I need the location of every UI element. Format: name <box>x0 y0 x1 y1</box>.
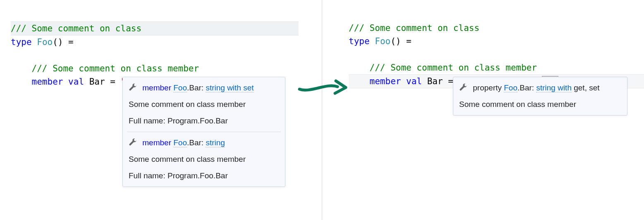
tooltip-fullname-label: Full name: <box>129 116 168 125</box>
hover-tooltip-before: member Foo.Bar: string with set Some com… <box>122 77 285 187</box>
keyword-type: type <box>11 37 32 47</box>
code-editor-before[interactable]: /// Some comment on class type Foo() = /… <box>11 8 299 88</box>
doc-comment: /// Some comment on class <box>349 23 479 33</box>
wrench-icon <box>129 83 137 92</box>
tooltip-fullname-row: Full name: Program.Foo.Bar <box>123 113 285 129</box>
tooltip-signature-row: member Foo.Bar: string <box>123 135 285 151</box>
wrench-icon <box>129 138 137 147</box>
code-editor-after[interactable]: /// Some comment on class type Foo() = /… <box>349 8 644 88</box>
keyword-val: val <box>68 77 84 87</box>
tooltip-signature-row: property Foo.Bar: string with get, set <box>453 80 627 96</box>
doc-comment: /// Some comment on class member <box>32 64 199 73</box>
wrench-icon <box>459 83 467 92</box>
doc-comment: /// Some comment on class member <box>370 63 537 73</box>
tooltip-doc: Some comment on class member <box>453 96 627 113</box>
tooltip-doc: Some comment on class member <box>123 151 285 168</box>
type-name: Foo <box>375 36 390 46</box>
tooltip-member: .Bar: <box>187 138 203 147</box>
tooltip-kind: member <box>142 83 171 92</box>
tooltip-member: .Bar: <box>517 83 534 92</box>
hover-tooltip-after: property Foo.Bar: string with get, set S… <box>453 77 627 116</box>
tooltip-member: .Bar: <box>187 83 203 92</box>
tooltip-kind: member <box>142 138 171 147</box>
ident-bar: Bar <box>89 77 105 87</box>
tooltip-type-link[interactable]: Foo <box>173 138 187 147</box>
tooltip-fullname-label: Full name: <box>129 171 168 180</box>
after-panel: /// Some comment on class type Foo() = /… <box>322 0 644 220</box>
keyword-member: member <box>32 77 63 87</box>
arrow-icon <box>298 78 347 97</box>
keyword-member: member <box>370 76 401 86</box>
tooltip-type-link[interactable]: Foo <box>173 83 187 92</box>
tooltip-sig-rest: get, set <box>572 83 600 92</box>
tooltip-kind: property <box>473 83 502 92</box>
tooltip-doc: Some comment on class member <box>123 96 285 113</box>
keyword-type: type <box>349 36 370 46</box>
tooltip-type-link[interactable]: Foo <box>504 83 517 92</box>
tooltip-sig-link[interactable]: string with <box>536 83 572 92</box>
tooltip-sig-link[interactable]: string with set <box>206 83 254 92</box>
type-name: Foo <box>37 37 53 47</box>
before-panel: /// Some comment on class type Foo() = /… <box>0 0 322 220</box>
doc-comment: /// Some comment on class <box>11 24 141 33</box>
type-decl-rest: () = <box>53 37 74 47</box>
tooltip-separator <box>127 132 281 132</box>
type-decl-rest: () = <box>390 36 412 46</box>
tooltip-signature-row: member Foo.Bar: string with set <box>123 80 285 96</box>
tooltip-fullname-value: Program.Foo.Bar <box>168 171 228 180</box>
ident-bar: Bar <box>427 76 443 86</box>
tooltip-fullname-row: Full name: Program.Foo.Bar <box>123 168 285 184</box>
equals: = <box>105 77 121 87</box>
tooltip-fullname-value: Program.Foo.Bar <box>168 116 228 125</box>
keyword-val: val <box>406 76 422 86</box>
tooltip-sig-link[interactable]: string <box>206 138 225 147</box>
